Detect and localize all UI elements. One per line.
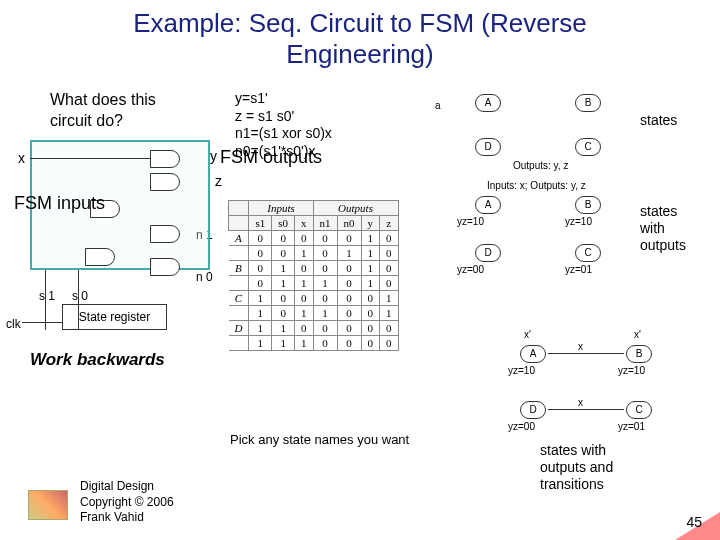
eq-z: z = s1 s0' bbox=[235, 108, 332, 126]
state-node: B bbox=[626, 345, 652, 363]
and-gate-icon bbox=[150, 258, 180, 276]
cell: 0 bbox=[249, 261, 272, 276]
cell: 1 bbox=[295, 276, 314, 291]
state-node: C bbox=[575, 138, 601, 156]
state-diagram-3: A yz=10 B yz=10 C yz=01 D yz=00 x x' x' … bbox=[505, 330, 685, 440]
footer-l3: Frank Vahid bbox=[80, 510, 174, 526]
not-gate-icon bbox=[150, 150, 180, 168]
cell: 0 bbox=[295, 231, 314, 246]
pick-names: Pick any state names you want bbox=[230, 432, 409, 447]
row-label: B bbox=[229, 261, 249, 276]
cell: 1 bbox=[361, 261, 380, 276]
wire bbox=[30, 158, 150, 159]
cell: 1 bbox=[272, 336, 295, 351]
sd1-caption: Outputs: y, z bbox=[513, 160, 568, 171]
title-line1: Example: Seq. Circuit to FSM (Reverse bbox=[133, 8, 587, 38]
cell: 0 bbox=[313, 231, 337, 246]
state-node: D bbox=[475, 138, 501, 156]
cell: 0 bbox=[361, 321, 380, 336]
cell: 0 bbox=[272, 291, 295, 306]
signal-s1: s 1 bbox=[39, 289, 55, 303]
cell: 1 bbox=[249, 291, 272, 306]
signal-y: y bbox=[210, 148, 217, 164]
cell: 0 bbox=[380, 276, 399, 291]
row-label: A bbox=[229, 231, 249, 246]
th-col: y bbox=[361, 216, 380, 231]
cell: 0 bbox=[272, 231, 295, 246]
cell: 1 bbox=[249, 306, 272, 321]
node-annot: yz=00 bbox=[508, 421, 535, 432]
node-annot: yz=01 bbox=[618, 421, 645, 432]
and-gate-icon bbox=[150, 225, 180, 243]
cell: 0 bbox=[337, 306, 361, 321]
node-annot: yz=00 bbox=[457, 264, 484, 275]
row-label bbox=[229, 246, 249, 261]
state-node: B bbox=[575, 94, 601, 112]
eq-n1: n1=(s1 xor s0)x bbox=[235, 125, 332, 143]
cell: 1 bbox=[361, 276, 380, 291]
th-col: n0 bbox=[337, 216, 361, 231]
signal-x: x bbox=[18, 150, 25, 166]
fsm-outputs-label: FSM outputs bbox=[220, 147, 322, 168]
title-line2: Engineering) bbox=[286, 39, 433, 69]
node-annot: yz=01 bbox=[565, 264, 592, 275]
row-label bbox=[229, 276, 249, 291]
footer-l2: Copyright © 2006 bbox=[80, 495, 174, 511]
edge-label: x' bbox=[634, 329, 641, 340]
row-label bbox=[229, 336, 249, 351]
signal-z: z bbox=[215, 173, 222, 189]
cell: 0 bbox=[249, 246, 272, 261]
cell: 1 bbox=[272, 261, 295, 276]
signal-clk: clk bbox=[6, 317, 21, 331]
cell: 0 bbox=[249, 231, 272, 246]
wire bbox=[78, 270, 79, 330]
label-states: states bbox=[640, 112, 677, 128]
edge-label: x bbox=[578, 397, 583, 408]
cell: 1 bbox=[295, 246, 314, 261]
question-l2: circuit do? bbox=[50, 112, 123, 129]
state-node: D bbox=[520, 401, 546, 419]
cell: 0 bbox=[337, 336, 361, 351]
eq-y: y=s1' bbox=[235, 90, 332, 108]
row-label bbox=[229, 306, 249, 321]
cell: 1 bbox=[337, 246, 361, 261]
th-outputs: Outputs bbox=[313, 201, 398, 216]
edge-label: x' bbox=[524, 329, 531, 340]
cell: 1 bbox=[361, 231, 380, 246]
cell: 0 bbox=[272, 246, 295, 261]
cell: 0 bbox=[361, 306, 380, 321]
cell: 0 bbox=[361, 291, 380, 306]
cell: 1 bbox=[249, 336, 272, 351]
signal-s0: s 0 bbox=[72, 289, 88, 303]
page-number: 45 bbox=[686, 514, 702, 530]
th-col: s1 bbox=[249, 216, 272, 231]
truth-table: Inputs Outputs s1s0xn1n0yz A000001000101… bbox=[228, 200, 399, 351]
fsm-inputs-label: FSM inputs bbox=[14, 193, 105, 214]
cell: 1 bbox=[272, 321, 295, 336]
marker-a: a bbox=[435, 100, 441, 111]
cell: 1 bbox=[313, 306, 337, 321]
th-col: n1 bbox=[313, 216, 337, 231]
label-states-outputs: stateswithoutputs bbox=[640, 203, 686, 253]
th-col: z bbox=[380, 216, 399, 231]
cell: 0 bbox=[249, 276, 272, 291]
node-annot: yz=10 bbox=[618, 365, 645, 376]
cell: 0 bbox=[380, 336, 399, 351]
cell: 0 bbox=[313, 321, 337, 336]
row-label: C bbox=[229, 291, 249, 306]
and-gate-icon bbox=[150, 173, 180, 191]
cell: 1 bbox=[361, 246, 380, 261]
node-annot: yz=10 bbox=[565, 216, 592, 227]
node-annot: yz=10 bbox=[457, 216, 484, 227]
wire bbox=[22, 322, 62, 323]
cell: 0 bbox=[313, 261, 337, 276]
cell: 0 bbox=[272, 306, 295, 321]
footer-icon bbox=[28, 490, 68, 520]
cell: 0 bbox=[295, 261, 314, 276]
cell: 0 bbox=[380, 321, 399, 336]
th-inputs: Inputs bbox=[249, 201, 313, 216]
nand-gate-icon bbox=[85, 248, 115, 266]
work-backwards: Work backwards bbox=[30, 350, 165, 370]
edge-label: x bbox=[578, 341, 583, 352]
cell: 0 bbox=[380, 261, 399, 276]
